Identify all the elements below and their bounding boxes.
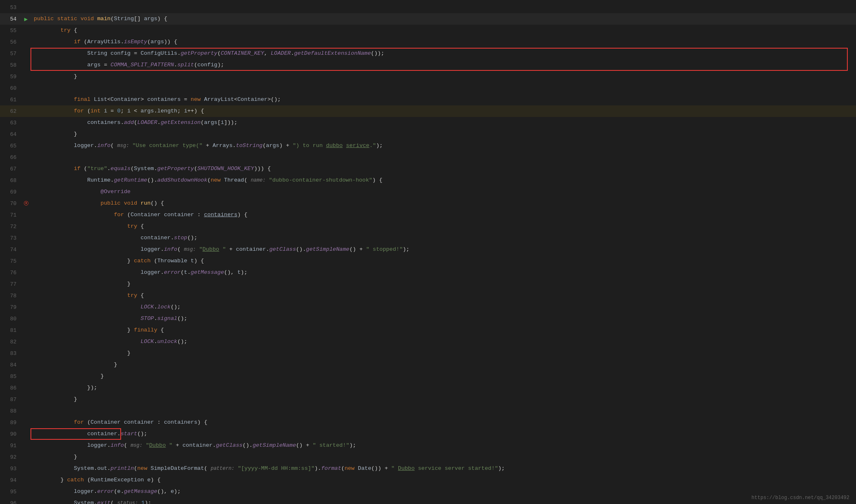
highlighted-start-block: 90 container.start(); — [0, 428, 856, 440]
code-line-60: 60 — [0, 82, 856, 94]
code-line-90: 90 container.start(); — [0, 428, 856, 440]
code-line-95: 95 logger.error(e.getMessage(), e); — [0, 486, 856, 497]
code-line-76: 76 logger.error(t.getMessage(), t); — [0, 267, 856, 278]
code-line-68: 68 Runtime.getRuntime().addShutdownHook(… — [0, 175, 856, 186]
breakpoint-marker: ⦿ — [23, 201, 29, 207]
code-line-67: 67 if ("true".equals(System.getProperty(… — [0, 163, 856, 175]
code-line-94: 94 } catch (RuntimeException e) { — [0, 474, 856, 486]
code-line-80: 80 STOP.signal(); — [0, 313, 856, 324]
code-line-70: 70 ⦿ public void run() { — [0, 198, 856, 209]
debug-arrow-icon: ▶ — [24, 16, 28, 23]
code-line-92: 92 } — [0, 451, 856, 463]
url-bar: https://blog.csdn.net/qq_34203492 — [751, 495, 849, 501]
code-line-85: 85 } — [0, 371, 856, 382]
code-line-87: 87 } — [0, 394, 856, 405]
code-line-75: 75 } catch (Throwable t) { — [0, 255, 856, 267]
code-line-66: 66 — [0, 152, 856, 163]
code-line-61: 61 final List<Container> containers = ne… — [0, 94, 856, 105]
code-line-58: 58 args = COMMA_SPLIT_PATTERN.split(conf… — [0, 59, 856, 71]
code-line-88: 88 — [0, 405, 856, 417]
code-line-79: 79 LOCK.lock(); — [0, 301, 856, 313]
code-line-86: 86 }); — [0, 382, 856, 394]
code-line-91: 91 logger.info( msg: "Dubbo " + containe… — [0, 440, 856, 451]
code-editor: 53 54 ▶ public static void main(String[]… — [0, 0, 856, 504]
code-line-84: 84 } — [0, 359, 856, 371]
code-line-78: 78 try { — [0, 290, 856, 301]
code-line-55: 55 try { — [0, 25, 856, 36]
code-line-62: 62 for (int i = 0; i < args.length; i++)… — [0, 105, 856, 117]
code-line-83: 83 } — [0, 348, 856, 359]
code-line-77: 77 } — [0, 278, 856, 290]
code-line-64: 64 } — [0, 128, 856, 140]
code-line-57: 57 String config = ConfigUtils.getProper… — [0, 48, 856, 59]
code-line-73: 73 container.stop(); — [0, 232, 856, 244]
code-line-54: 54 ▶ public static void main(String[] ar… — [0, 13, 856, 25]
code-line-72: 72 try { — [0, 221, 856, 232]
code-line-56: 56 if (ArrayUtils.isEmpty(args)) { — [0, 36, 856, 48]
code-line-81: 81 } finally { — [0, 324, 856, 336]
code-line-69: 69 @Override — [0, 186, 856, 198]
highlighted-block: 57 String config = ConfigUtils.getProper… — [0, 48, 856, 71]
code-line-96: 96 System.exit( status: 1); — [0, 497, 856, 504]
code-line-65: 65 logger.info( msg: "Use container type… — [0, 140, 856, 152]
code-line-59: 59 } — [0, 71, 856, 82]
code-line-71: 71 for (Container container : containers… — [0, 209, 856, 221]
code-line-74: 74 logger.info( msg: "Dubbo " + containe… — [0, 244, 856, 255]
code-line-89: 89 for (Container container : containers… — [0, 417, 856, 428]
code-line-82: 82 LOCK.unlock(); — [0, 336, 856, 348]
code-line-63: 63 containers.add(LOADER.getExtension(ar… — [0, 117, 856, 128]
code-line-53: 53 — [0, 2, 856, 13]
code-line-93: 93 System.out.println(new SimpleDateForm… — [0, 463, 856, 474]
